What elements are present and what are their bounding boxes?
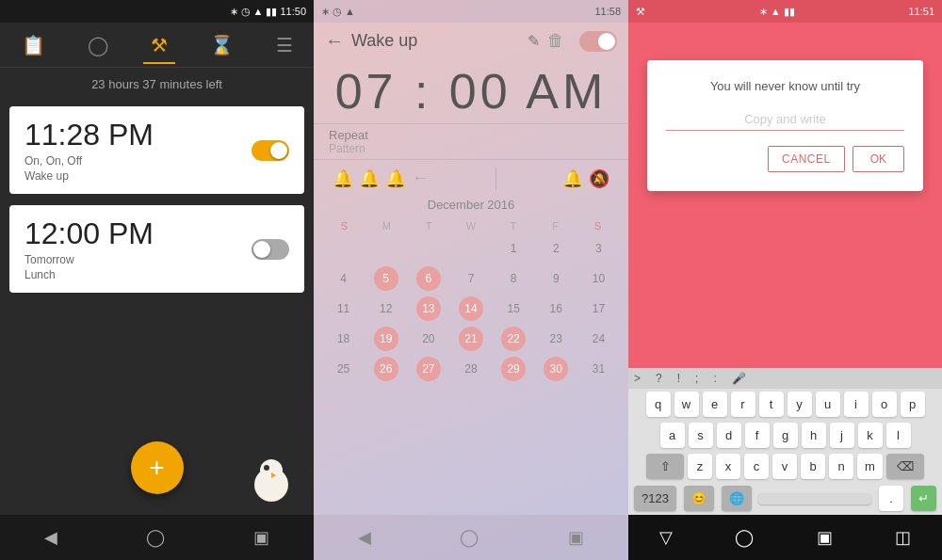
alarm-2-toggle[interactable]	[252, 239, 289, 260]
home-nav-icon-3[interactable]: ◯	[735, 527, 754, 548]
kb-period[interactable]: .	[879, 486, 903, 511]
kb-w[interactable]: w	[674, 392, 699, 417]
calendar-cell[interactable]: 9	[536, 264, 577, 293]
kb-num-toggle[interactable]: ?123	[634, 486, 676, 511]
kb-shift[interactable]: ⇧	[646, 454, 684, 479]
calendar-cell[interactable]: 11	[323, 295, 364, 323]
bell-muted-icon[interactable]: 🔕	[589, 168, 609, 189]
calendar-cell[interactable]: 26	[374, 357, 398, 381]
tab-clipboard[interactable]: 📋	[14, 26, 53, 64]
kb-a[interactable]: a	[660, 423, 685, 448]
bell-icon-3[interactable]: 🔔	[385, 168, 406, 189]
add-alarm-button[interactable]: +	[131, 441, 184, 494]
kb-f[interactable]: f	[745, 423, 770, 448]
calendar-cell[interactable]: 28	[450, 355, 491, 383]
kb-g[interactable]: g	[773, 423, 798, 448]
bell-icon-4[interactable]: 🔔	[562, 168, 583, 189]
calendar-cell[interactable]: 18	[323, 325, 364, 353]
tab-timer[interactable]: ⌛	[203, 26, 241, 64]
back-nav-icon-2[interactable]: ◀	[358, 527, 371, 548]
calendar-cell[interactable]: 16	[536, 295, 577, 323]
arrow-left-icon[interactable]: ←	[412, 168, 429, 189]
bell-icon-1[interactable]: 🔔	[333, 168, 353, 189]
kb-question-key[interactable]: ?	[656, 372, 662, 385]
calendar-cell[interactable]: 2	[536, 234, 577, 263]
calendar-cell[interactable]: 14	[459, 296, 483, 321]
kb-globe[interactable]: 🌐	[722, 486, 752, 511]
kb-chevron-key[interactable]: >	[634, 372, 641, 385]
kb-space[interactable]	[758, 493, 871, 504]
calendar-cell[interactable]: 1	[494, 234, 534, 263]
back-nav-icon-1[interactable]: ◀	[44, 527, 57, 548]
kb-y[interactable]: y	[788, 392, 812, 417]
kb-exclaim-key[interactable]: !	[677, 372, 680, 385]
cancel-button[interactable]: CANCEL	[768, 146, 845, 172]
kb-semicolon-key[interactable]: ;	[695, 372, 698, 385]
dialog-input-area[interactable]: Copy and write	[666, 108, 904, 131]
tab-alarm[interactable]: ⚒	[143, 26, 175, 64]
calendar-cell[interactable]: 13	[416, 296, 441, 321]
calendar-cell[interactable]: 5	[374, 266, 398, 291]
tab-clock[interactable]: ◯	[80, 26, 116, 64]
recents-nav-icon-1[interactable]: ▣	[253, 527, 269, 548]
calendar-cell[interactable]: 30	[544, 357, 568, 381]
calendar-cell[interactable]: 24	[578, 325, 619, 353]
kb-l[interactable]: l	[886, 423, 911, 448]
kb-e[interactable]: e	[703, 392, 727, 417]
kb-q[interactable]: q	[646, 392, 671, 417]
kb-mic-icon[interactable]: 🎤	[732, 372, 746, 385]
kb-n[interactable]: n	[829, 454, 853, 479]
kb-u[interactable]: u	[816, 392, 840, 417]
keyboard-nav-icon[interactable]: ◫	[895, 527, 911, 548]
calendar-cell[interactable]: 22	[501, 327, 526, 351]
calendar-cell[interactable]: 23	[536, 325, 577, 353]
ok-button[interactable]: OK	[853, 146, 904, 172]
kb-d[interactable]: d	[717, 423, 741, 448]
recents-nav-icon-2[interactable]: ▣	[568, 527, 584, 548]
kb-k[interactable]: k	[858, 423, 883, 448]
calendar-cell[interactable]: 21	[459, 327, 483, 351]
calendar-cell[interactable]: 17	[578, 295, 619, 323]
kb-v[interactable]: v	[772, 454, 797, 479]
home-nav-icon-1[interactable]: ◯	[146, 527, 165, 548]
kb-r[interactable]: r	[731, 392, 755, 417]
calendar-cell[interactable]: 4	[323, 264, 364, 293]
edit-icon[interactable]: ✎	[528, 32, 540, 50]
calendar-cell[interactable]: 20	[408, 325, 448, 353]
calendar-cell[interactable]: 27	[416, 357, 441, 381]
kb-s[interactable]: s	[689, 423, 713, 448]
calendar-cell[interactable]: 8	[494, 264, 534, 293]
calendar-cell[interactable]: 29	[501, 357, 526, 381]
calendar-cell[interactable]: 6	[416, 266, 441, 291]
kb-colon-key[interactable]: :	[713, 372, 716, 385]
calendar-cell[interactable]: 25	[323, 355, 364, 383]
kb-emoji[interactable]: 😊	[684, 486, 714, 511]
back-nav-icon-3[interactable]: ▽	[659, 527, 673, 548]
back-button-2[interactable]: ←	[325, 30, 344, 52]
kb-backspace[interactable]: ⌫	[886, 454, 924, 479]
kb-o[interactable]: o	[872, 392, 897, 417]
alarm-1-toggle[interactable]	[252, 140, 289, 161]
calendar-cell[interactable]: 31	[578, 355, 619, 383]
calendar-cell[interactable]: 12	[365, 295, 406, 323]
kb-c[interactable]: c	[744, 454, 769, 479]
kb-p[interactable]: p	[901, 392, 925, 417]
calendar-cell[interactable]: 3	[578, 234, 619, 263]
calendar-cell[interactable]: 7	[450, 264, 491, 293]
bell-icon-2[interactable]: 🔔	[359, 168, 380, 189]
kb-i[interactable]: i	[844, 392, 869, 417]
kb-x[interactable]: x	[716, 454, 740, 479]
alarm-2-toggle-header[interactable]	[579, 31, 617, 52]
kb-enter[interactable]: ↵	[911, 486, 936, 511]
kb-z[interactable]: z	[688, 454, 712, 479]
kb-m[interactable]: m	[857, 454, 883, 479]
recents-nav-icon-3[interactable]: ▣	[817, 527, 833, 548]
kb-h[interactable]: h	[802, 423, 826, 448]
alarm-card-2[interactable]: 12:00 PM Tomorrow Lunch	[9, 205, 304, 293]
tab-settings[interactable]: ☰	[268, 26, 300, 64]
calendar-cell[interactable]: 10	[578, 264, 619, 293]
calendar-cell[interactable]: 15	[494, 295, 534, 323]
home-nav-icon-2[interactable]: ◯	[460, 527, 479, 548]
kb-j[interactable]: j	[830, 423, 854, 448]
calendar-cell[interactable]: 19	[374, 327, 398, 351]
